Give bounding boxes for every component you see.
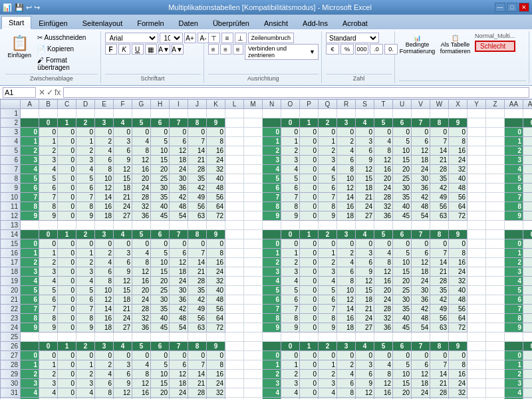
cell-L1[interactable] <box>225 109 244 118</box>
cell-B14[interactable]: 0 <box>39 230 58 239</box>
cell-E1[interactable] <box>95 109 114 118</box>
cell-F20[interactable]: 15 <box>114 286 132 295</box>
cell-B27[interactable]: 0 <box>39 351 58 360</box>
cell-B28[interactable]: 1 <box>39 360 58 370</box>
cell-P4[interactable]: 0 <box>300 137 319 146</box>
cell-Z24[interactable] <box>486 323 505 332</box>
cell-D21[interactable]: 6 <box>76 295 95 305</box>
row-header-25[interactable]: 25 <box>1 332 21 342</box>
cell-M2[interactable] <box>244 118 263 128</box>
cell-Q29[interactable]: 2 <box>319 370 337 379</box>
font-color-button[interactable]: A▼ <box>172 44 184 55</box>
cell-AB13[interactable] <box>523 221 533 230</box>
cell-C5[interactable]: 0 <box>58 146 76 156</box>
col-header-D[interactable]: D <box>76 100 95 109</box>
cell-L4[interactable] <box>225 137 244 146</box>
cell-M1[interactable] <box>244 109 263 118</box>
cell-T13[interactable] <box>374 221 393 230</box>
cell-O6[interactable]: 3 <box>281 156 300 165</box>
cell-Z21[interactable] <box>486 295 505 305</box>
cell-E14[interactable]: 3 <box>95 230 114 239</box>
col-header-F[interactable]: F <box>114 100 132 109</box>
cell-S26[interactable]: 4 <box>356 342 374 351</box>
cell-J26[interactable]: 8 <box>188 342 207 351</box>
cell-Y5[interactable] <box>467 146 486 156</box>
cell-W26[interactable]: 8 <box>430 342 449 351</box>
cell-D5[interactable]: 2 <box>76 146 95 156</box>
cell-K8[interactable]: 40 <box>207 174 225 184</box>
cell-V30[interactable]: 18 <box>412 379 430 388</box>
cell-I18[interactable]: 18 <box>170 267 188 277</box>
cell-X17[interactable]: 16 <box>449 258 467 267</box>
cell-D28[interactable]: 1 <box>76 360 95 370</box>
cell-W16[interactable]: 7 <box>430 249 449 258</box>
cell-V4[interactable]: 6 <box>412 137 430 146</box>
cell-C1[interactable] <box>58 109 76 118</box>
cell-T20[interactable]: 20 <box>374 286 393 295</box>
cell-Q20[interactable]: 5 <box>319 286 337 295</box>
cell-AA20[interactable]: 5 <box>505 286 523 295</box>
row-header-13[interactable]: 13 <box>1 221 21 230</box>
cell-D31[interactable]: 4 <box>76 388 95 398</box>
cell-Q2[interactable]: 2 <box>319 118 337 128</box>
cell-U1[interactable] <box>393 109 412 118</box>
cell-V16[interactable]: 6 <box>412 249 430 258</box>
cell-L24[interactable] <box>225 323 244 332</box>
cell-C4[interactable]: 0 <box>58 137 76 146</box>
cell-A16[interactable]: 1 <box>21 249 39 258</box>
cell-M4[interactable] <box>244 137 263 146</box>
cell-M30[interactable] <box>244 379 263 388</box>
cell-N5[interactable]: 2 <box>263 146 281 156</box>
cell-AB5[interactable]: 2 <box>523 146 533 156</box>
cell-R4[interactable]: 2 <box>337 137 356 146</box>
col-header-S[interactable]: S <box>356 100 374 109</box>
cell-Z12[interactable] <box>486 211 505 221</box>
cell-G22[interactable]: 28 <box>132 305 151 314</box>
cell-AA12[interactable]: 9 <box>505 211 523 221</box>
cell-V19[interactable]: 24 <box>412 277 430 286</box>
cell-X28[interactable]: 8 <box>449 360 467 370</box>
row-header-4[interactable]: 4 <box>1 137 21 146</box>
cell-H7[interactable]: 20 <box>151 165 170 174</box>
cell-N2[interactable] <box>263 118 281 128</box>
cell-S18[interactable]: 9 <box>356 267 374 277</box>
cell-P7[interactable]: 0 <box>300 165 319 174</box>
cell-Y18[interactable] <box>467 267 486 277</box>
cell-S6[interactable]: 9 <box>356 156 374 165</box>
cell-AB20[interactable]: 5 <box>523 286 533 295</box>
cell-D26[interactable]: 2 <box>76 342 95 351</box>
cell-Q25[interactable] <box>319 332 337 342</box>
cell-T26[interactable]: 5 <box>374 342 393 351</box>
cell-N22[interactable]: 7 <box>263 305 281 314</box>
cell-R26[interactable]: 3 <box>337 342 356 351</box>
cell-F13[interactable] <box>114 221 132 230</box>
cell-H13[interactable] <box>151 221 170 230</box>
cell-G24[interactable]: 36 <box>132 323 151 332</box>
cell-X22[interactable]: 56 <box>449 305 467 314</box>
cell-AB25[interactable] <box>523 332 533 342</box>
cell-O26[interactable]: 0 <box>281 342 300 351</box>
cell-AA2[interactable] <box>505 118 523 128</box>
cell-O7[interactable]: 4 <box>281 165 300 174</box>
cell-E2[interactable]: 3 <box>95 118 114 128</box>
cell-Y2[interactable] <box>467 118 486 128</box>
tab-addins[interactable]: Add-Ins <box>295 16 335 29</box>
cell-T27[interactable]: 0 <box>374 351 393 360</box>
align-left-button[interactable]: ≡ <box>208 44 219 55</box>
cell-W22[interactable]: 49 <box>430 305 449 314</box>
cell-I13[interactable] <box>170 221 188 230</box>
cell-L13[interactable] <box>225 221 244 230</box>
cell-A5[interactable]: 2 <box>21 146 39 156</box>
cell-P24[interactable]: 0 <box>300 323 319 332</box>
cell-T30[interactable]: 12 <box>374 379 393 388</box>
cell-Q8[interactable]: 5 <box>319 174 337 184</box>
cell-AB22[interactable]: 7 <box>523 305 533 314</box>
row-header-29[interactable]: 29 <box>1 370 21 379</box>
cell-R1[interactable] <box>337 109 356 118</box>
cell-X30[interactable]: 24 <box>449 379 467 388</box>
cell-C23[interactable]: 0 <box>58 314 76 323</box>
cell-T25[interactable] <box>374 332 393 342</box>
col-header-H[interactable]: H <box>151 100 170 109</box>
col-header-O[interactable]: O <box>281 100 300 109</box>
cell-C2[interactable]: 1 <box>58 118 76 128</box>
